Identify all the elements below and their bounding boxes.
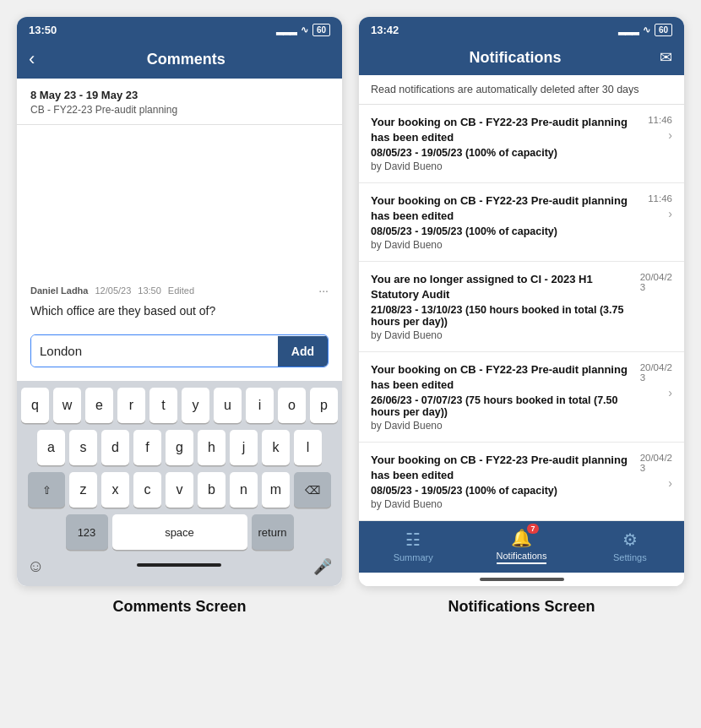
tab-bar: ☷ Summary 🔔 7 Notifications ⚙ Settings: [359, 521, 684, 573]
home-indicator-bar: [480, 578, 564, 581]
notif-date-range: 08/05/23 - 19/05/23 (100% of capacity): [371, 225, 632, 237]
notif-time: 20/04/23: [640, 453, 672, 473]
notif-title: Your booking on CB - FY22-23 Pre-audit p…: [371, 362, 632, 392]
right-caption: Notifications Screen: [359, 598, 684, 616]
back-button[interactable]: ‹: [29, 48, 35, 70]
summary-icon: ☷: [405, 530, 421, 550]
caption-row: Comments Screen Notifications Screen: [17, 598, 684, 616]
envelope-icon[interactable]: ✉: [660, 48, 672, 67]
bell-icon: 🔔 7: [511, 528, 532, 548]
chevron-right-icon: ›: [668, 386, 672, 399]
key-b[interactable]: b: [198, 472, 226, 508]
key-w[interactable]: w: [53, 388, 81, 423]
comment-input-row: London Add: [30, 334, 329, 367]
left-status-bar: 13:50 ▂▂▂ ∿ 60: [17, 17, 342, 41]
notif-date-range: 26/06/23 - 07/07/23 (75 hours booked in …: [371, 394, 632, 418]
left-caption: Comments Screen: [17, 598, 342, 616]
tab-notifications[interactable]: 🔔 7 Notifications: [496, 528, 546, 564]
key-x[interactable]: x: [101, 472, 129, 508]
key-k[interactable]: k: [262, 430, 290, 465]
signal-icon: ▂▂▂: [276, 24, 296, 35]
notif-body: Your booking on CB - FY22-23 Pre-audit p…: [371, 453, 632, 510]
chevron-right-icon: ›: [668, 128, 672, 142]
notification-item[interactable]: Your booking on CB - FY22-23 Pre-audit p…: [359, 105, 684, 183]
key-p[interactable]: p: [310, 388, 338, 423]
comment-options-button[interactable]: ···: [318, 284, 329, 297]
tab-summary[interactable]: ☷ Summary: [388, 530, 438, 562]
mic-icon[interactable]: 🎤: [313, 557, 332, 576]
notif-author: by David Bueno: [371, 420, 632, 432]
notif-right: 20/04/23 ›: [639, 362, 672, 399]
key-e[interactable]: e: [85, 388, 113, 423]
keyboard-bottom-bar: ☺ 🎤: [20, 557, 339, 583]
right-status-bar: 13:42 ▂▂▂ ∿ 60: [359, 17, 684, 41]
key-i[interactable]: i: [246, 388, 274, 423]
notif-body: Your booking on CB - FY22-23 Pre-audit p…: [371, 362, 632, 432]
notif-right: 11:46 ›: [639, 115, 672, 142]
backspace-key[interactable]: ⌫: [294, 472, 331, 508]
key-f[interactable]: f: [133, 430, 161, 465]
key-c[interactable]: c: [133, 472, 161, 508]
comment-area: Daniel Ladha 12/05/23 13:50 Edited ··· W…: [17, 125, 342, 381]
key-q[interactable]: q: [21, 388, 49, 423]
key-u[interactable]: u: [214, 388, 242, 423]
tab-summary-label: Summary: [394, 552, 433, 562]
add-comment-button[interactable]: Add: [278, 336, 328, 367]
keyboard-row-4: 123 space return: [20, 514, 339, 550]
keyboard: q w e r t y u i o p a s d f g: [17, 381, 342, 586]
shift-key[interactable]: ⇧: [28, 472, 65, 508]
numbers-key[interactable]: 123: [66, 514, 108, 550]
notif-title: You are no longer assigned to CI - 2023 …: [371, 272, 632, 302]
comments-nav-bar: ‹ Comments: [17, 41, 342, 79]
key-j[interactable]: j: [230, 430, 258, 465]
notif-author: by David Bueno: [371, 329, 632, 341]
key-s[interactable]: s: [69, 430, 97, 465]
key-m[interactable]: m: [262, 472, 290, 508]
notif-author: by David Bueno: [371, 239, 632, 251]
comment-project: CB - FY22-23 Pre-audit planning: [30, 104, 329, 116]
right-time: 13:42: [371, 24, 399, 36]
notification-item[interactable]: Your booking on CB - FY22-23 Pre-audit p…: [359, 183, 684, 262]
key-h[interactable]: h: [198, 430, 226, 465]
tab-settings[interactable]: ⚙ Settings: [605, 530, 655, 562]
key-y[interactable]: y: [182, 388, 209, 423]
key-n[interactable]: n: [230, 472, 258, 508]
notif-date-range: 08/05/23 - 19/05/23 (100% of capacity): [371, 485, 632, 497]
key-a[interactable]: a: [37, 430, 65, 465]
right-battery-icon: 60: [655, 24, 672, 36]
comment-input[interactable]: London: [31, 335, 278, 367]
notifications-nav-bar: Notifications ✉: [359, 41, 684, 75]
notif-body: Your booking on CB - FY22-23 Pre-audit p…: [371, 193, 632, 251]
right-wifi-icon: ∿: [643, 24, 650, 35]
key-g[interactable]: g: [166, 430, 193, 465]
notif-time: 20/04/23: [640, 272, 672, 292]
space-key[interactable]: space: [112, 514, 247, 550]
comment-header: 8 May 23 - 19 May 23 CB - FY22-23 Pre-au…: [17, 79, 342, 125]
notif-right: 11:46 ›: [639, 193, 672, 220]
notif-body: Your booking on CB - FY22-23 Pre-audit p…: [371, 115, 632, 172]
notifications-list: Your booking on CB - FY22-23 Pre-audit p…: [359, 105, 684, 521]
comment-meta-row: Daniel Ladha 12/05/23 13:50 Edited ···: [30, 284, 329, 297]
key-d[interactable]: d: [101, 430, 129, 465]
key-t[interactable]: t: [149, 388, 177, 423]
comment-meta: Daniel Ladha 12/05/23 13:50 Edited: [30, 285, 194, 296]
key-l[interactable]: l: [294, 430, 322, 465]
home-indicator: [359, 573, 684, 586]
notif-date-range: 21/08/23 - 13/10/23 (150 hours booked in…: [371, 304, 632, 328]
key-z[interactable]: z: [69, 472, 97, 508]
notification-item[interactable]: You are no longer assigned to CI - 2023 …: [359, 262, 684, 352]
key-o[interactable]: o: [278, 388, 306, 423]
notification-item[interactable]: Your booking on CB - FY22-23 Pre-audit p…: [359, 352, 684, 443]
emoji-icon[interactable]: ☺: [27, 557, 44, 576]
tab-settings-label: Settings: [613, 552, 647, 562]
notif-right: 20/04/23: [639, 272, 672, 292]
battery-icon: 60: [312, 24, 330, 36]
left-time: 13:50: [29, 24, 57, 36]
notification-item[interactable]: Your booking on CB - FY22-23 Pre-audit p…: [359, 443, 684, 521]
key-r[interactable]: r: [117, 388, 145, 423]
settings-icon: ⚙: [622, 530, 638, 550]
return-key[interactable]: return: [252, 514, 294, 550]
notif-author: by David Bueno: [371, 498, 632, 510]
key-v[interactable]: v: [166, 472, 193, 508]
notifications-phone-frame: 13:42 ▂▂▂ ∿ 60 Notifications ✉ Read noti…: [359, 17, 684, 586]
